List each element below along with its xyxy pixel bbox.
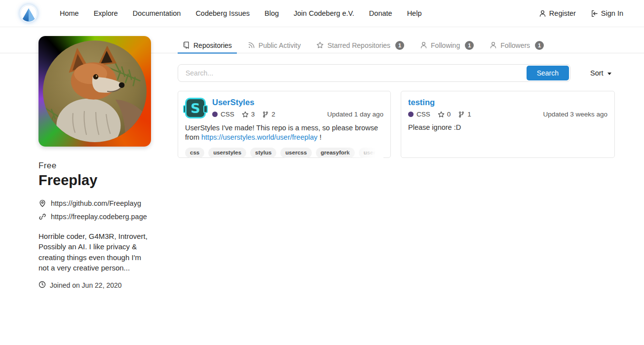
repo-fork-count: 1 — [467, 111, 471, 118]
tab-repositories[interactable]: Repositories — [178, 37, 237, 53]
nav-item-help[interactable]: Help — [400, 9, 429, 17]
star-icon — [316, 41, 324, 49]
git-fork-icon — [458, 111, 465, 118]
nav-item-explore[interactable]: Explore — [86, 9, 125, 17]
profile-joined-date: Joined on Jun 22, 2020 — [50, 281, 122, 289]
profile-location-row: https://github.com/Freeplayg — [38, 199, 153, 207]
repo-title-link[interactable]: testing — [408, 98, 607, 107]
profile-username: Freeplay — [38, 172, 153, 189]
codeberg-profile-page: Home Explore Documentation Codeberg Issu… — [0, 0, 644, 345]
repo-description: Please ignore :D — [408, 123, 607, 132]
tab-public-activity[interactable]: Public Activity — [243, 37, 306, 53]
topic-tag[interactable]: userstyles — [208, 148, 246, 158]
topic-tag[interactable]: usercss — [280, 148, 311, 158]
topic-tag[interactable]: userstyle — [359, 148, 383, 158]
profile-tabs: Repositories Public Activity Starred Rep… — [178, 37, 615, 53]
followers-count-badge: 1 — [535, 41, 544, 50]
profile-full-name: Free — [38, 161, 153, 171]
profile-links: https://github.com/Freeplayg https://fre… — [38, 199, 153, 221]
search-row: Search Sort — [178, 64, 615, 82]
tab-followers[interactable]: Followers 1 — [485, 37, 549, 53]
nav-item-codeberg-issues[interactable]: Codeberg Issues — [188, 9, 257, 17]
userstyles-logo-icon: S — [185, 98, 206, 118]
register-label: Register — [549, 9, 576, 17]
codeberg-logo[interactable] — [20, 4, 38, 22]
repo-language: CSS — [417, 111, 430, 118]
repo-meta-row: CSS 3 2 Updated 1 day ago — [212, 111, 383, 118]
repo-topics: css userstyles stylus usercss greasyfork… — [185, 148, 383, 158]
repo-language: CSS — [221, 111, 234, 118]
person-icon — [490, 41, 497, 49]
profile-website-row: https://freeplay.codeberg.page — [38, 213, 153, 221]
sort-label: Sort — [590, 69, 604, 77]
register-link[interactable]: Register — [539, 9, 576, 17]
search-input[interactable] — [179, 69, 527, 77]
repo-card-testing: testing CSS 0 1 Updated 3 weeks ago — [401, 91, 615, 158]
nav-item-blog[interactable]: Blog — [257, 9, 286, 17]
language-dot — [408, 112, 414, 117]
sign-in-link[interactable]: Sign In — [591, 9, 623, 17]
profile-joined-row: Joined on Jun 22, 2020 — [38, 281, 153, 290]
tab-label: Followers — [500, 41, 530, 49]
tab-label: Starred Repositories — [327, 41, 390, 49]
topic-tag[interactable]: stylus — [250, 148, 276, 158]
repo-fork-count: 2 — [271, 111, 275, 118]
repo-updated: Updated 1 day ago — [327, 111, 383, 118]
star-icon — [242, 111, 249, 118]
main-content: Repositories Public Activity Starred Rep… — [178, 37, 615, 158]
git-fork-icon — [262, 111, 269, 118]
tab-label: Repositories — [193, 41, 232, 49]
sort-dropdown[interactable]: Sort — [590, 69, 611, 77]
repo-description: UserStyles I've made! This repo is a mes… — [185, 123, 383, 142]
repo-search: Search — [178, 64, 570, 82]
description-link[interactable]: https://userstyles.world/user/freeplay — [201, 133, 317, 141]
topic-tag[interactable]: css — [185, 148, 204, 158]
tab-starred-repositories[interactable]: Starred Repositories 1 — [311, 37, 409, 53]
starred-count-badge: 1 — [395, 41, 404, 50]
rss-icon — [248, 41, 255, 49]
repo-title-link[interactable]: UserStyles — [212, 98, 383, 107]
tab-label: Public Activity — [259, 41, 301, 49]
repo-card-userstyles: S UserStyles CSS 3 — [178, 91, 391, 158]
repo-star-count: 0 — [447, 111, 451, 118]
sign-in-icon — [591, 10, 598, 17]
repo-star-count: 3 — [251, 111, 255, 118]
repo-updated: Updated 3 weeks ago — [543, 111, 607, 118]
main-nav: Home Explore Documentation Codeberg Issu… — [52, 9, 429, 17]
link-icon — [38, 213, 46, 221]
nav-item-donate[interactable]: Donate — [362, 9, 400, 17]
nav-item-home[interactable]: Home — [52, 9, 86, 17]
header-right: Register Sign In — [539, 9, 623, 17]
person-icon — [539, 10, 546, 17]
nav-item-join-codeberg[interactable]: Join Codeberg e.V. — [286, 9, 362, 17]
star-icon — [438, 111, 445, 118]
topic-tag[interactable]: greasyfork — [316, 148, 355, 158]
sign-in-label: Sign In — [601, 9, 623, 17]
nav-item-documentation[interactable]: Documentation — [125, 9, 189, 17]
repo-icon — [183, 41, 190, 49]
avatar[interactable] — [38, 36, 151, 147]
chevron-down-icon — [607, 73, 611, 75]
location-pin-icon — [38, 199, 46, 207]
tab-label: Following — [431, 41, 460, 49]
language-dot — [212, 112, 218, 117]
fox-photo — [43, 40, 147, 142]
profile-website-link[interactable]: https://freeplay.codeberg.page — [51, 213, 147, 221]
site-header: Home Explore Documentation Codeberg Issu… — [0, 0, 644, 27]
repo-avatar[interactable]: S — [185, 98, 206, 118]
profile-github-link[interactable]: https://github.com/Freeplayg — [51, 199, 141, 207]
profile-sidebar: Free Freeplay https://github.com/Freepla… — [38, 36, 153, 290]
search-button[interactable]: Search — [527, 66, 569, 80]
person-icon — [420, 41, 427, 49]
profile-bio: Horrible coder, G4M3R, Introvert, Possib… — [38, 231, 153, 273]
following-count-badge: 1 — [465, 41, 474, 50]
tab-following[interactable]: Following 1 — [415, 37, 479, 53]
repo-meta-row: CSS 0 1 Updated 3 weeks ago — [408, 111, 607, 118]
repository-list: S UserStyles CSS 3 — [178, 91, 615, 158]
clock-icon — [38, 281, 46, 290]
